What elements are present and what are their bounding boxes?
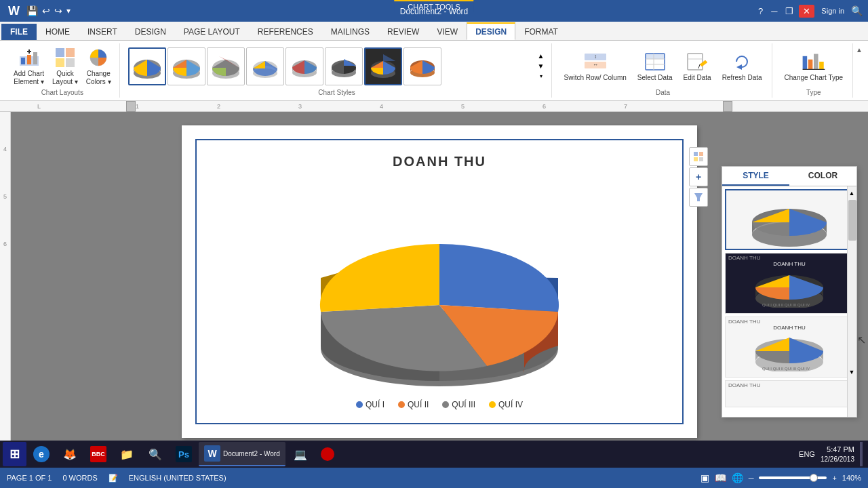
help-btn[interactable]: ? (755, 5, 766, 18)
tab-format[interactable]: FORMAT (515, 24, 567, 40)
tab-chart-design[interactable]: DESIGN (467, 22, 515, 40)
svg-text:QUI I  QUI II  QUI III  QUI IV: QUI I QUI II QUI III QUI IV (762, 367, 810, 371)
style-thumb-3[interactable] (207, 47, 245, 85)
panel-scroll-down[interactable]: ▼ (848, 367, 856, 377)
styles-scroll-up[interactable]: ▲ (536, 52, 546, 61)
style-option-2[interactable]: DOANH THU DOANH THU QUI I QUI II QUI III… (725, 253, 854, 314)
style-option-1[interactable] (725, 189, 854, 250)
quick-layout-label: QuickLayout ▾ (52, 70, 78, 86)
undo-btn[interactable]: ↩ (42, 5, 50, 16)
tab-references[interactable]: REFERENCES (249, 24, 322, 40)
tab-design[interactable]: DESIGN (126, 24, 175, 40)
show-desktop-btn[interactable] (860, 442, 863, 466)
select-data-btn[interactable]: Select Data (633, 48, 677, 84)
taskbar-photoshop[interactable]: Ps (170, 442, 197, 466)
style-tab-style[interactable]: STYLE (722, 167, 789, 186)
legend-qui-iv: QUÍ IV (489, 400, 523, 409)
pie-chart-wrapper[interactable] (277, 176, 602, 393)
language: ENGLISH (UNITED STATES) (129, 474, 226, 482)
style-thumb-7[interactable] (364, 47, 402, 85)
chart-styles-content: ▲ ▼ ▾ (128, 43, 546, 89)
taskbar-right: ENG 5:47 PM 12/26/2013 (799, 442, 865, 466)
switch-row-col-btn[interactable]: ↕ ↔ Switch Row/ Column (560, 48, 631, 84)
explorer-icon: 📁 (119, 446, 135, 462)
taskbar-word[interactable]: W Document2 - Word (199, 442, 285, 466)
right-indent-marker[interactable] (723, 101, 732, 112)
tab-mailings[interactable]: MAILINGS (322, 24, 378, 40)
photoshop-icon: Ps (176, 446, 192, 462)
styles-more[interactable]: ▾ (536, 72, 546, 81)
refresh-data-btn[interactable]: Refresh Data (718, 48, 766, 84)
word-icon[interactable]: W (5, 4, 22, 18)
start-btn[interactable]: ⊞ (3, 442, 26, 466)
change-chart-type-btn[interactable]: Change Chart Type (781, 48, 848, 84)
zoom-slider[interactable] (759, 476, 827, 479)
ribbon: FILE HOME INSERT DESIGN PAGE LAYOUT REFE… (0, 22, 868, 101)
view-normal-icon[interactable]: ▣ (701, 472, 709, 483)
edit-data-btn[interactable]: Edit Data (679, 48, 715, 84)
ribbon-collapse[interactable]: ▲ (856, 43, 863, 98)
taskbar-firefox[interactable]: 🦊 (56, 442, 83, 466)
tab-home[interactable]: HOME (37, 24, 79, 40)
taskbar-ie[interactable]: e (28, 442, 55, 466)
legend-label-qui-i: QUÍ I (366, 400, 384, 409)
search-icon[interactable]: 🔍 (851, 5, 863, 16)
minimize-btn[interactable]: ─ (768, 5, 780, 18)
tab-insert[interactable]: INSERT (79, 24, 126, 40)
taskbar-language[interactable]: ENG (799, 450, 815, 458)
change-colors-btn[interactable]: ChangeColors ▾ (83, 44, 114, 89)
chart-layout-tool[interactable] (689, 147, 708, 166)
styles-scroll: ▲ ▼ ▾ (536, 52, 546, 81)
zoom-out-btn[interactable]: ─ (749, 474, 754, 482)
chart-layouts-label: Chart Layouts (41, 89, 83, 98)
legend-qui-ii: QUÍ II (398, 400, 429, 409)
date-display: 12/26/2013 (821, 455, 854, 463)
quick-layout-btn[interactable]: QuickLayout ▾ (50, 44, 81, 89)
style-tab-color[interactable]: COLOR (789, 167, 856, 186)
quick-layout-icon (54, 47, 76, 68)
styles-scroll-down[interactable]: ▼ (536, 62, 546, 71)
tab-file[interactable]: FILE (1, 24, 37, 40)
style-thumb-8[interactable] (403, 47, 441, 85)
style-option-4[interactable]: DOANH THU (725, 380, 854, 407)
change-chart-type-label: Change Chart Type (785, 74, 844, 81)
chart-elements-tool[interactable]: + (689, 167, 708, 186)
add-chart-element-btn[interactable]: Add ChartElement ▾ (11, 44, 47, 89)
svg-rect-3 (33, 52, 37, 64)
svg-rect-34 (814, 54, 818, 70)
tab-review[interactable]: REVIEW (378, 24, 428, 40)
svg-rect-1 (21, 58, 25, 64)
tab-view[interactable]: VIEW (428, 24, 467, 40)
zoom-in-btn[interactable]: + (832, 474, 836, 482)
style-thumb-1[interactable] (128, 47, 166, 85)
restore-btn[interactable]: ❐ (783, 5, 796, 18)
panel-scroll-up[interactable]: ▲ (848, 188, 856, 198)
view-web-icon[interactable]: 🌐 (732, 472, 743, 483)
taskbar-chrome[interactable]: 🔍 (142, 442, 169, 466)
type-group: Change Chart Type Type (775, 43, 854, 98)
svg-rect-7 (66, 48, 75, 57)
redo-btn[interactable]: ↪ (54, 5, 62, 16)
customize-btn[interactable]: ▾ (66, 6, 71, 16)
zoom-thumb[interactable] (810, 474, 818, 482)
spell-check-icon[interactable]: 📝 (108, 474, 118, 483)
taskbar-explorer[interactable]: 📁 (113, 442, 140, 466)
style-thumb-4[interactable] (246, 47, 284, 85)
style-thumb-5[interactable] (285, 47, 323, 85)
taskbar-record[interactable] (315, 442, 340, 466)
taskbar-app[interactable]: 💻 (287, 442, 314, 466)
quick-save[interactable]: 💾 (26, 5, 38, 16)
view-reading-icon[interactable]: 📖 (715, 472, 726, 483)
style-thumb-2[interactable] (167, 47, 205, 85)
chart-container: + DOANH THU (195, 139, 684, 424)
svg-rect-24 (646, 54, 665, 59)
style-option-3[interactable]: DOANH THU DOANH THU QUI I QUI II QUI III… (725, 317, 854, 378)
tab-page-layout[interactable]: PAGE LAYOUT (175, 24, 249, 40)
left-indent-marker[interactable] (126, 101, 136, 112)
sign-in[interactable]: Sign in (817, 5, 848, 16)
style-thumb-6[interactable] (325, 47, 363, 85)
chart-filter-tool[interactable] (689, 188, 708, 207)
taskbar-bbc[interactable]: BBC (85, 442, 112, 466)
vertical-ruler: 4 5 6 (0, 112, 11, 468)
close-btn[interactable]: ✕ (799, 5, 814, 18)
